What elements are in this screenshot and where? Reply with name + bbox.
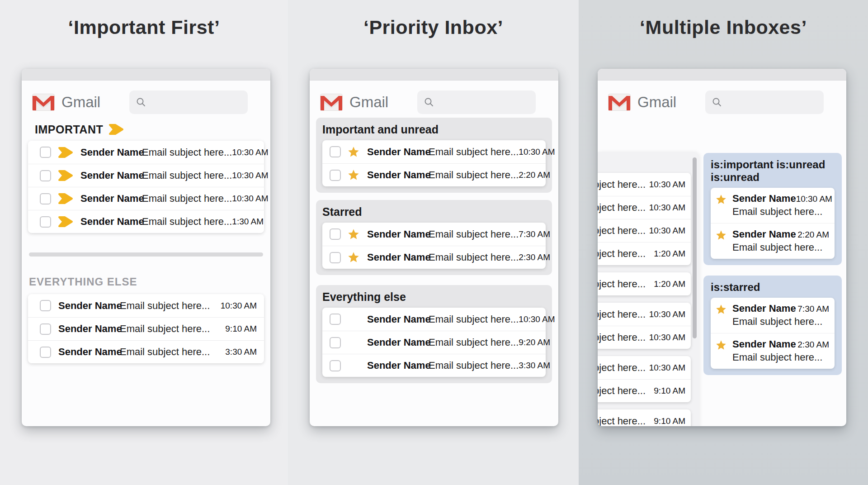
email-time: 10:30 AM	[232, 194, 268, 204]
search-input[interactable]	[705, 90, 824, 114]
email-row[interactable]: Email subject here... 1:20 AM	[598, 272, 691, 295]
email-time: 9:20 AM	[519, 338, 550, 347]
search-input[interactable]	[129, 90, 248, 114]
email-time: 10:30 AM	[232, 147, 268, 157]
section-everything-else: Everything else Sender Name Email subjec…	[316, 285, 552, 383]
checkbox[interactable]	[40, 347, 51, 358]
email-row[interactable]: Sender Name 7:30 AM Email subject here..…	[711, 298, 835, 333]
email-time: 9:10 AM	[225, 324, 257, 334]
email-row[interactable]: Sender Name Email subject here... 3:30 A…	[322, 354, 546, 377]
email-subject: Email subject here...	[732, 316, 829, 328]
email-time: 10:30 AM	[649, 226, 685, 236]
importance-marker-icon[interactable]	[58, 193, 73, 204]
checkbox[interactable]	[40, 323, 51, 335]
checkbox[interactable]	[40, 216, 51, 228]
checkbox[interactable]	[330, 314, 341, 325]
email-subject-clipped: Email subject here...	[598, 202, 646, 214]
sender-name: Sender Name	[58, 300, 120, 312]
search-input[interactable]	[417, 90, 536, 114]
star-icon[interactable]	[715, 194, 727, 205]
email-subject: Email subject here...	[142, 147, 232, 158]
email-time: 10:30 AM	[221, 301, 257, 311]
email-row[interactable]: Sender Name Email subject here... 3:30 A…	[28, 340, 264, 363]
checkbox[interactable]	[40, 193, 51, 204]
email-row[interactable]: Email subject here... 10:30 AM	[598, 196, 691, 219]
email-row[interactable]: Email subject here... 10:30 AM	[598, 173, 691, 196]
sender-name: Sender Name	[367, 360, 429, 371]
gmail-header: Gmail	[598, 90, 846, 115]
checkbox[interactable]	[330, 252, 341, 263]
checkbox[interactable]	[40, 170, 51, 181]
checkbox[interactable]	[330, 170, 341, 181]
email-group: Email subject here... 10:30 AM Email sub…	[598, 356, 691, 402]
importance-marker-icon[interactable]	[58, 147, 73, 158]
star-icon[interactable]	[347, 228, 360, 241]
email-row[interactable]: Sender Name 10:30 AM Email subject here.…	[711, 188, 835, 223]
email-row[interactable]: Sender Name Email subject here... 10:30 …	[28, 187, 264, 210]
gmail-header: Gmail	[310, 90, 558, 115]
email-row[interactable]: Sender Name Email subject here... 10:30 …	[322, 140, 546, 163]
email-subject: Email subject here...	[429, 228, 519, 240]
checkbox[interactable]	[330, 360, 341, 371]
email-row[interactable]: Email subject here... 1:20 AM	[598, 242, 691, 265]
email-subject: Email subject here...	[142, 216, 232, 228]
email-row[interactable]: Sender Name Email subject here... 10:30 …	[322, 308, 546, 331]
email-row[interactable]: Email subject here... 9:10 AM	[598, 379, 691, 402]
email-row[interactable]: Sender Name Email subject here... 10:30 …	[28, 294, 264, 317]
star-icon[interactable]	[347, 146, 360, 158]
email-row[interactable]: Email subject here... 10:30 AM	[598, 303, 691, 326]
checkbox[interactable]	[330, 228, 341, 240]
window-titlebar	[22, 69, 270, 81]
email-row[interactable]: Sender Name Email subject here... 7:30 A…	[322, 223, 546, 246]
email-row[interactable]: Sender Name Email subject here... 9:10 A…	[28, 317, 264, 340]
search-icon	[424, 97, 434, 107]
checkbox[interactable]	[330, 337, 341, 348]
checkbox[interactable]	[40, 147, 51, 158]
scrollbar-thumb[interactable]	[693, 157, 697, 338]
email-time: 2:20 AM	[519, 170, 550, 180]
email-row[interactable]: Sender Name 2:30 AM Email subject here..…	[711, 333, 835, 369]
important-email-list: Sender Name Email subject here... 10:30 …	[28, 141, 264, 233]
star-icon[interactable]	[347, 251, 360, 264]
email-time: 3:30 AM	[225, 347, 257, 357]
email-time: 10:30 AM	[519, 314, 555, 324]
email-content: Sender Name 2:20 AM Email subject here..…	[732, 228, 829, 253]
importance-marker-icon[interactable]	[58, 170, 73, 181]
email-row[interactable]: Email subject here... 10:30 AM	[598, 326, 691, 349]
email-row[interactable]: Sender Name Email subject here... 10:30 …	[28, 141, 264, 164]
email-time: 7:30 AM	[797, 304, 829, 314]
email-row[interactable]: Sender Name 2:20 AM Email subject here..…	[711, 223, 835, 259]
checkbox[interactable]	[330, 146, 341, 157]
star-icon[interactable]	[715, 339, 727, 351]
email-row[interactable]: Sender Name Email subject here... 1:30 A…	[28, 210, 264, 233]
email-time: 2:20 AM	[797, 230, 829, 240]
query-label: is:starred	[711, 281, 835, 294]
star-icon[interactable]	[715, 229, 727, 241]
email-row[interactable]: Sender Name Email subject here... 10:30 …	[28, 164, 264, 187]
email-row[interactable]: Email subject here... 10:30 AM	[598, 219, 691, 242]
email-row[interactable]: Sender Name Email subject here... 2:30 A…	[322, 246, 546, 269]
email-row[interactable]: Email subject here... 10:30 AM	[598, 356, 691, 379]
email-subject: Email subject here...	[732, 352, 829, 363]
star-icon[interactable]	[347, 169, 360, 181]
email-time: 2:30 AM	[519, 252, 550, 262]
column-multiple-inboxes: ‘Multiple Inboxes’ Gmail Email subject h…	[579, 0, 868, 485]
everything-else-label: EVERYTHING ELSE	[29, 276, 270, 288]
importance-marker-icon[interactable]	[58, 216, 73, 228]
important-section-header: IMPORTANT	[35, 123, 270, 136]
star-icon[interactable]	[715, 304, 727, 315]
email-row[interactable]: Email subject here... 9:10 AM	[598, 409, 691, 426]
importance-marker-icon	[108, 124, 124, 135]
email-row[interactable]: Sender Name Email subject here... 9:20 A…	[322, 331, 546, 354]
everything-else-email-list: Sender Name Email subject here... 10:30 …	[28, 294, 264, 363]
checkbox[interactable]	[40, 300, 51, 311]
sender-name: Sender Name	[80, 193, 142, 204]
query-email-list: Sender Name 10:30 AM Email subject here.…	[711, 188, 835, 259]
email-group: Email subject here... 10:30 AM Email sub…	[598, 173, 691, 265]
email-time: 10:30 AM	[649, 333, 685, 342]
search-icon	[136, 97, 146, 107]
email-row[interactable]: Sender Name Email subject here... 2:20 A…	[322, 163, 546, 186]
email-time: 10:30 AM	[649, 363, 685, 373]
sender-name: Sender Name	[80, 147, 142, 158]
sender-name: Sender Name	[732, 193, 796, 204]
